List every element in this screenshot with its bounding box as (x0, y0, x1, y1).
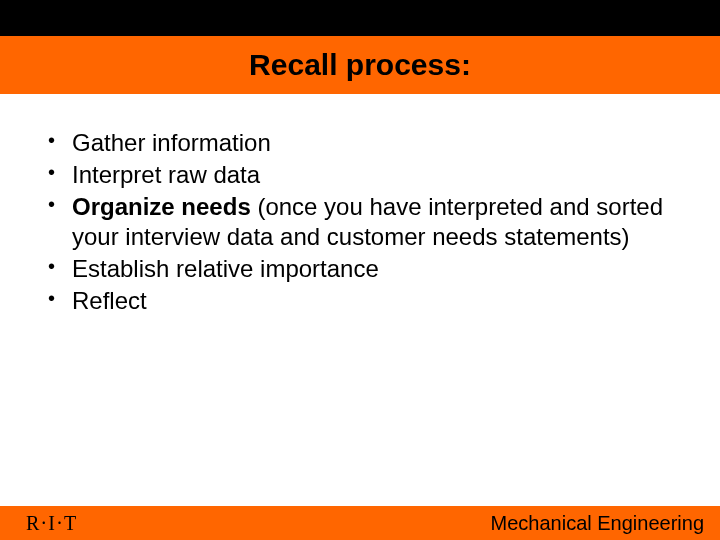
footer-bar: R·I·T Mechanical Engineering (0, 506, 720, 540)
bullet-item: Reflect (44, 286, 676, 316)
bullet-bold-text: Organize needs (72, 193, 251, 220)
top-black-bar (0, 0, 720, 36)
title-bar: Recall process: (0, 36, 720, 94)
footer-left-logo: R·I·T (26, 512, 78, 535)
bullet-item: Organize needs (once you have interprete… (44, 192, 676, 252)
content-area: Gather information Interpret raw data Or… (0, 94, 720, 506)
footer-right-text: Mechanical Engineering (491, 512, 704, 535)
slide-title: Recall process: (249, 48, 471, 82)
bullet-item: Interpret raw data (44, 160, 676, 190)
slide: Recall process: Gather information Inter… (0, 0, 720, 540)
bullet-item: Gather information (44, 128, 676, 158)
bullet-item: Establish relative importance (44, 254, 676, 284)
bullet-list: Gather information Interpret raw data Or… (44, 128, 676, 316)
